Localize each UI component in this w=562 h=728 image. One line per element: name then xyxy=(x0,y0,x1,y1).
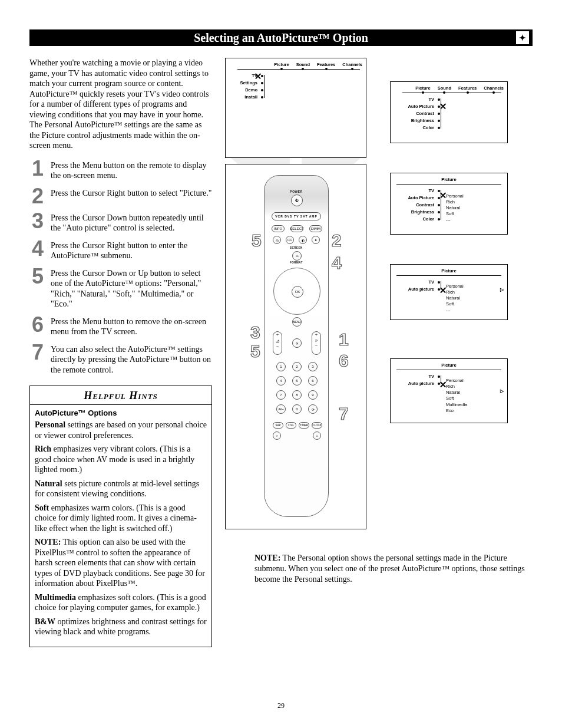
cursor-icon xyxy=(440,287,446,293)
menu-screen-4: Picture TV Auto picture Personal Rich Na… xyxy=(390,264,508,320)
num-9[interactable]: 9 xyxy=(308,390,318,400)
prev-ch-button[interactable]: ⟳ xyxy=(308,404,318,414)
callout-7: 7 xyxy=(339,404,349,424)
format-label: FORMAT xyxy=(265,261,328,264)
step-4: 4 Press the Cursor Right button to enter… xyxy=(29,239,212,261)
sleep-button[interactable]: TIMER xyxy=(299,422,309,429)
num-7[interactable]: 7 xyxy=(276,390,286,400)
light-button[interactable]: ☼ xyxy=(273,431,281,440)
tab-sound: Sound xyxy=(296,62,310,67)
clock-button[interactable]: CLOCK xyxy=(312,422,322,429)
picture-label: Picture xyxy=(394,363,504,368)
menu-item: Auto Picture xyxy=(408,104,439,109)
tab-channels: Channels xyxy=(484,85,504,91)
picture-label: Picture xyxy=(394,177,504,182)
num-8[interactable]: 8 xyxy=(292,390,302,400)
step-text: Press the Cursor Right button to select … xyxy=(51,187,212,206)
cc-button[interactable]: CC xyxy=(286,236,294,244)
select-button[interactable]: SELECT xyxy=(290,225,303,232)
cursor-ring[interactable]: OK xyxy=(273,268,320,315)
av-plus-button[interactable]: AV+ xyxy=(276,404,286,414)
arrow-icon: ▷ xyxy=(500,287,504,292)
num-4[interactable]: 4 xyxy=(276,376,286,386)
num-3[interactable]: 3 xyxy=(308,362,318,371)
hint-bw: B&W optimizes brightness and contrast se… xyxy=(35,617,207,637)
menu-item: Brightness xyxy=(411,118,439,123)
helpful-hints-box: Helpful Hints AutoPicture™ Options Perso… xyxy=(29,386,212,647)
option: Personal xyxy=(446,193,464,199)
tab-picture: Picture xyxy=(274,62,289,67)
step-6: 6 Press the Menu button to remove the on… xyxy=(29,315,212,337)
info-button[interactable]: INFO xyxy=(272,225,285,232)
hint-personal: Personal settings are based on your pers… xyxy=(35,420,207,440)
num-2[interactable]: 2 xyxy=(292,362,302,371)
option: Natural xyxy=(446,390,467,396)
hint-multimedia: Multimedia emphasizes soft colors. (This… xyxy=(35,592,207,613)
intro-paragraph: Whether you're watching a movie or playi… xyxy=(29,58,212,151)
option: Natural xyxy=(446,205,464,211)
arrow-icon: ▷ xyxy=(500,388,504,394)
cursor-icon xyxy=(440,103,446,109)
step-text: You can also select the AutoPicture™ set… xyxy=(51,343,212,375)
cursor-icon xyxy=(255,73,261,79)
mode-selector[interactable]: VCR DVD TV SAT AMP xyxy=(272,212,321,220)
hint-natural: Natural sets picture controls at mid-lev… xyxy=(35,479,207,499)
callout-1: 1 xyxy=(339,330,349,350)
channel-rocker[interactable]: + P − xyxy=(312,331,321,355)
menu-item: Contrast xyxy=(416,202,439,207)
step-number: 1 xyxy=(29,159,46,181)
callout-5-lower: 5 xyxy=(250,341,260,361)
menu-item: Install xyxy=(244,94,262,100)
step-text: Press the Cursor Down or Up button to se… xyxy=(51,267,212,309)
option: --- xyxy=(446,308,464,314)
format-button[interactable]: ▭ xyxy=(292,251,302,261)
hint-note: NOTE: This option can also be used with … xyxy=(35,537,207,589)
callout-5-upper: 5 xyxy=(252,230,262,251)
mute-button[interactable]: ✕ xyxy=(292,338,302,348)
ok-button[interactable]: OK xyxy=(292,286,303,298)
lock-button[interactable]: ⌂ xyxy=(313,431,321,440)
step-3: 3 Press the Cursor Down button repeatedl… xyxy=(29,212,212,233)
menu-item: Auto Picture xyxy=(408,195,439,200)
menu-tv-label: TV xyxy=(428,97,439,102)
num-6[interactable]: 6 xyxy=(308,376,318,386)
remote-body: POWER ⏻ VCR DVD TV SAT AMP INFO SELECT D… xyxy=(264,175,329,517)
title-bar: Selecting an AutoPicture™ Option ✦ xyxy=(29,29,533,46)
hints-subtitle: AutoPicture™ Options xyxy=(35,409,207,417)
tab-features: Features xyxy=(458,85,477,91)
menu-item: Color xyxy=(422,125,439,130)
power-button[interactable]: ⏻ xyxy=(291,195,303,206)
auto-picture-button[interactable]: ◎ xyxy=(273,236,281,244)
option: Rich xyxy=(446,384,467,390)
tab-sound: Sound xyxy=(438,85,451,91)
num-1[interactable]: 1 xyxy=(276,362,286,371)
step-number: 6 xyxy=(29,315,46,337)
menu-tv-label: TV xyxy=(428,188,439,193)
note-body: The Personal option shows the personal s… xyxy=(254,554,525,584)
tab-channels: Channels xyxy=(342,62,362,67)
round-button[interactable]: ◐ xyxy=(299,236,307,244)
step-number: 2 xyxy=(29,187,46,206)
remote-frame: POWER ⏻ VCR DVD TV SAT AMP INFO SELECT D… xyxy=(225,164,366,529)
option: Soft xyxy=(446,396,467,401)
menu-item: Settings xyxy=(240,80,262,85)
sap-button[interactable]: SAP xyxy=(273,422,283,429)
callout-2: 2 xyxy=(332,230,342,251)
volume-rocker[interactable]: + ⊿ − xyxy=(273,331,282,355)
num-0[interactable]: 0 xyxy=(292,404,302,414)
page-number: 29 xyxy=(0,701,562,710)
menu-item: Demo xyxy=(245,87,262,93)
mode-labels: VCR DVD TV SAT AMP xyxy=(275,215,318,218)
left-column: Whether you're watching a movie or playi… xyxy=(29,58,212,647)
dimm-button[interactable]: DIMM xyxy=(309,225,322,232)
round-button[interactable]: ● xyxy=(312,236,320,244)
menu-button[interactable]: MENU xyxy=(292,317,302,327)
menu-screen-5: Picture TV Auto picture Personal Rich Na… xyxy=(390,358,508,423)
active-ctrl-button[interactable]: CTRL xyxy=(286,422,296,429)
title-icon: ✦ xyxy=(516,31,529,44)
page-title: Selecting an AutoPicture™ Option xyxy=(194,31,368,45)
num-5[interactable]: 5 xyxy=(292,376,302,386)
menu-screen-3: Picture TV Auto Picture Contrast Brightn… xyxy=(390,173,508,235)
power-label: POWER xyxy=(265,190,328,193)
cursor-icon xyxy=(440,381,446,387)
